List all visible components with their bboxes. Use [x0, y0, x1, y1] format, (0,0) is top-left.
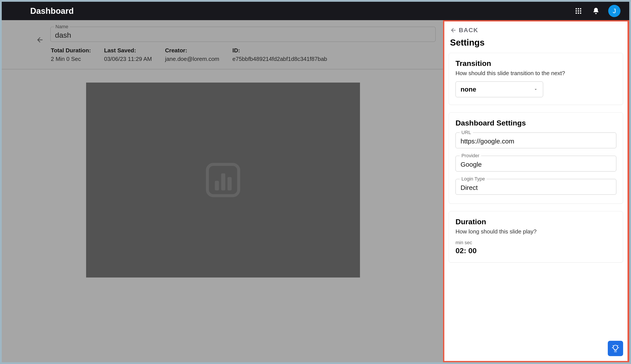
page-title: Dashboard: [30, 6, 74, 16]
svg-rect-1: [578, 8, 579, 10]
avatar[interactable]: J: [608, 5, 620, 17]
panel-back-label: BACK: [459, 27, 478, 34]
meta-column: Name dash Total Duration: 2 Min 0 Sec La…: [50, 27, 436, 62]
name-value: dash: [55, 31, 431, 40]
content-shell: Name dash Total Duration: 2 Min 0 Sec La…: [2, 20, 629, 362]
name-field[interactable]: Name dash: [50, 27, 436, 42]
transition-sub: How should this slide transition to the …: [455, 70, 616, 77]
stat-label: Last Saved:: [104, 47, 152, 54]
help-fab[interactable]: [608, 341, 623, 356]
svg-rect-10: [215, 181, 219, 190]
app-frame: Dashboard J: [0, 0, 631, 364]
svg-rect-8: [580, 12, 581, 14]
bell-icon[interactable]: [591, 6, 601, 16]
dimmed-main: Name dash Total Duration: 2 Min 0 Sec La…: [2, 20, 444, 362]
duration-sub: How long should this slide play?: [455, 228, 616, 235]
slide-preview: [86, 82, 360, 278]
svg-rect-0: [575, 8, 577, 10]
provider-field[interactable]: Provider Google: [455, 156, 616, 172]
duration-card: Duration How long should this slide play…: [449, 211, 623, 262]
chart-placeholder-icon: [201, 162, 245, 199]
provider-label: Provider: [460, 153, 481, 158]
record-meta: Name dash Total Duration: 2 Min 0 Sec La…: [2, 20, 444, 70]
provider-value: Google: [460, 161, 611, 168]
svg-rect-12: [227, 177, 232, 190]
transition-card: Transition How should this slide transit…: [449, 53, 623, 105]
stat-total-duration: Total Duration: 2 Min 0 Sec: [51, 47, 91, 62]
stat-id: ID: e75bbfb489214fd2abf1d8c341f87bab: [232, 47, 327, 62]
stat-value: 03/06/23 11:29 AM: [104, 56, 152, 62]
stat-value: jane.doe@lorem.com: [165, 56, 219, 62]
stat-creator: Creator: jane.doe@lorem.com: [165, 47, 219, 62]
chevron-down-icon: [533, 87, 538, 92]
stat-label: Total Duration:: [51, 47, 91, 54]
login-type-label: Login Type: [460, 176, 487, 182]
transition-value: none: [460, 86, 476, 93]
url-value: https://google.com: [460, 138, 611, 145]
svg-rect-7: [578, 12, 579, 14]
lightbulb-icon: [611, 344, 620, 353]
stat-label: Creator:: [165, 47, 219, 54]
svg-rect-3: [575, 10, 577, 12]
meta-stats: Total Duration: 2 Min 0 Sec Last Saved: …: [50, 47, 436, 62]
svg-rect-4: [578, 10, 579, 12]
stat-last-saved: Last Saved: 03/06/23 11:29 AM: [104, 47, 152, 62]
duration-units-label: min sec: [455, 240, 616, 246]
app-header: Dashboard J: [2, 2, 629, 20]
login-type-value: Direct: [460, 184, 611, 192]
header-actions: J: [573, 5, 620, 17]
stat-value: 2 Min 0 Sec: [51, 56, 91, 62]
dashboard-settings-heading: Dashboard Settings: [455, 119, 616, 127]
settings-panel: BACK Settings Transition How should this…: [443, 20, 629, 362]
url-label: URL: [460, 130, 473, 135]
url-field[interactable]: URL https://google.com: [455, 132, 616, 148]
svg-rect-2: [580, 8, 581, 10]
arrow-left-icon: [450, 27, 457, 34]
panel-back-button[interactable]: BACK: [450, 27, 623, 34]
transition-select[interactable]: none: [455, 82, 543, 97]
svg-line-15: [613, 346, 613, 346]
duration-value[interactable]: 02: 00: [455, 246, 616, 255]
svg-line-16: [617, 346, 618, 346]
dashboard-settings-card: Dashboard Settings URL https://google.co…: [449, 112, 623, 204]
svg-rect-11: [221, 173, 225, 190]
login-type-field[interactable]: Login Type Direct: [455, 179, 616, 195]
name-label: Name: [54, 24, 70, 30]
back-icon[interactable]: [35, 34, 45, 45]
svg-rect-6: [575, 12, 577, 14]
stat-label: ID:: [232, 47, 327, 54]
duration-heading: Duration: [455, 218, 616, 226]
apps-icon[interactable]: [573, 6, 584, 16]
panel-title: Settings: [450, 38, 623, 48]
stat-value: e75bbfb489214fd2abf1d8c341f87bab: [232, 56, 327, 62]
transition-heading: Transition: [455, 59, 616, 68]
svg-rect-5: [580, 10, 581, 12]
